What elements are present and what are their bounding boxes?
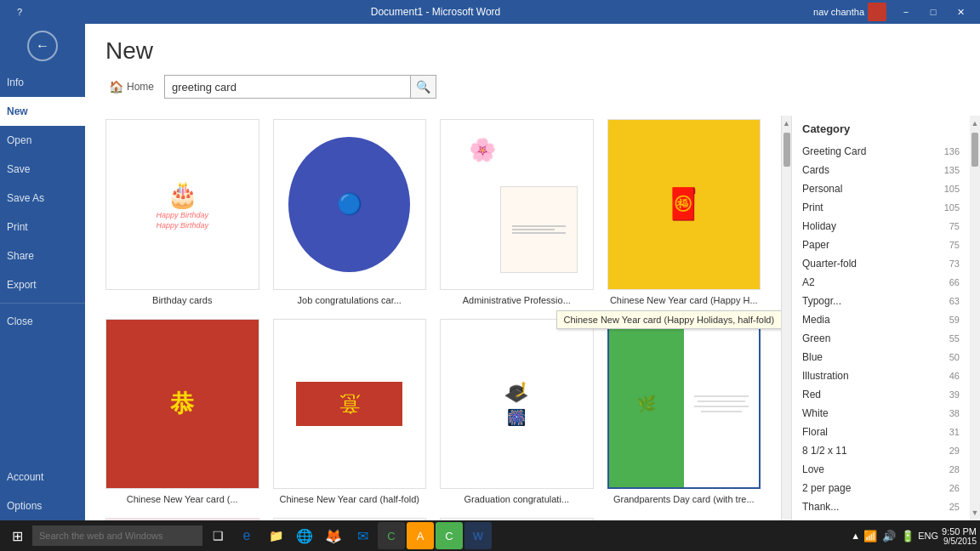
- search-box: 🔍: [164, 75, 436, 99]
- category-scrollbar[interactable]: ▲: [781, 116, 791, 520]
- template-chinese-ny2-label: Chinese New Year card (...: [105, 494, 259, 504]
- category-item-print[interactable]: Print 105: [792, 198, 970, 217]
- tray-chevron[interactable]: ▲: [851, 531, 860, 541]
- tooltip: Chinese New Year card (Happy Holidays, h…: [556, 310, 782, 329]
- category-item-a2[interactable]: A2 66: [792, 273, 970, 292]
- template-pink[interactable]: 🌷: [105, 518, 259, 520]
- category-label: Print: [802, 202, 823, 213]
- category-item-love[interactable]: Love 28: [792, 460, 970, 479]
- minimize-button[interactable]: −: [893, 3, 919, 20]
- cat-scroll-up[interactable]: ▲: [970, 117, 980, 129]
- sidebar-item-close[interactable]: Close: [0, 307, 85, 336]
- scroll-thumb[interactable]: [783, 133, 790, 167]
- user-info: nav chantha: [813, 3, 886, 21]
- tray-network-icon: 📶: [863, 530, 877, 542]
- category-item-personal[interactable]: Personal 105: [792, 179, 970, 198]
- cat-scroll-thumb[interactable]: [971, 133, 978, 167]
- taskbar-chrome[interactable]: 🌐: [291, 522, 318, 549]
- category-item-greeting-card[interactable]: Greeting Card 136: [792, 142, 970, 161]
- template-job-label: Job congratulations car...: [273, 295, 427, 305]
- template-admin-label: Administrative Professio...: [440, 295, 594, 305]
- category-item-typogr[interactable]: Typogr... 63: [792, 292, 970, 310]
- sidebar-item-print[interactable]: Print: [0, 213, 85, 241]
- template-grid-card[interactable]: [440, 518, 594, 520]
- sidebar-item-open[interactable]: Open: [0, 126, 85, 155]
- tray-time[interactable]: 9:50 PM 9/5/2015: [942, 526, 977, 546]
- category-item-holiday[interactable]: Holiday 75: [792, 217, 970, 236]
- category-item-media[interactable]: Media 59: [792, 310, 970, 329]
- category-item-illustration[interactable]: Illustration 46: [792, 366, 970, 385]
- category-label: Blue: [802, 351, 823, 363]
- category-item-blue[interactable]: Blue 50: [792, 348, 970, 366]
- category-header: Category: [792, 116, 970, 142]
- template-grandparents[interactable]: 🌿 Grandparents Day card (with tre...: [607, 319, 761, 505]
- template-chinese-fold[interactable]: 意 Chinese New Year card (half-fold): [273, 319, 427, 505]
- sidebar-item-share[interactable]: Share: [0, 241, 85, 270]
- template-graduation[interactable]: 🎓 🎆 Graduation congratulati...: [440, 319, 594, 505]
- category-item-thank[interactable]: Thank... 25: [792, 497, 970, 516]
- sidebar-item-options[interactable]: Options: [0, 491, 85, 520]
- sidebar-item-save[interactable]: Save: [0, 155, 85, 184]
- category-right-scrollbar[interactable]: ▲ ▼: [970, 116, 980, 520]
- sidebar-item-account[interactable]: Account: [0, 463, 85, 491]
- maximize-button[interactable]: □: [920, 3, 946, 20]
- taskbar-app2[interactable]: A: [407, 522, 434, 549]
- template-anni[interactable]: With Our Anniversary 💕: [273, 518, 427, 520]
- taskbar: ⊞ ❑ e 📁 🌐 🦊 ✉ C A C W ▲ 📶 🔊 🔋 ENG 9:50 P…: [0, 520, 980, 551]
- category-item-cards[interactable]: Cards 135: [792, 161, 970, 179]
- taskbar-file-explorer[interactable]: 📁: [262, 522, 289, 549]
- category-label: Typogr...: [802, 295, 841, 307]
- sidebar-item-save-as[interactable]: Save As: [0, 184, 85, 213]
- home-label: Home: [127, 81, 154, 93]
- window-controls: − □ ✕: [893, 3, 973, 20]
- category-label: Greeting Card: [802, 145, 866, 157]
- taskbar-ie-btn[interactable]: e: [233, 522, 260, 549]
- template-grandparents-label: Grandparents Day card (with tre...: [607, 494, 761, 504]
- sidebar-item-new[interactable]: New: [0, 97, 85, 126]
- template-admin-prof[interactable]: 🌸 Administrative Profess: [440, 119, 594, 305]
- taskbar-outlook[interactable]: ✉: [349, 522, 376, 549]
- category-item-quarter-fold[interactable]: Quarter-fold 73: [792, 254, 970, 273]
- category-label: Cards: [802, 164, 829, 176]
- category-label: Red: [802, 389, 821, 400]
- page-title: New: [105, 37, 960, 65]
- cat-scroll-down[interactable]: ▼: [970, 507, 980, 519]
- category-item-floral[interactable]: Floral 31: [792, 423, 970, 441]
- search-input[interactable]: [165, 77, 410, 97]
- category-item-green[interactable]: Green 55: [792, 329, 970, 348]
- category-item-paper[interactable]: Paper 75: [792, 236, 970, 254]
- taskbar-firefox[interactable]: 🦊: [320, 522, 347, 549]
- titlebar-help[interactable]: ?: [7, 3, 32, 20]
- template-graduation-label: Graduation congratulati...: [440, 494, 594, 504]
- category-item-2per[interactable]: 2 per page 26: [792, 479, 970, 497]
- close-button[interactable]: ✕: [948, 3, 973, 20]
- template-job-congrats[interactable]: 🔵 Job congratulations car...: [273, 119, 427, 305]
- template-chinese-ny[interactable]: 🧧 Chinese New Year card (Happy H... Chin…: [607, 119, 761, 305]
- tray-battery-icon: 🔋: [901, 530, 914, 542]
- category-item-red[interactable]: Red 39: [792, 385, 970, 404]
- taskbar-app1[interactable]: C: [378, 522, 405, 549]
- category-label: Personal: [802, 183, 842, 195]
- category-item-8half[interactable]: 8 1/2 x 11 29: [792, 441, 970, 460]
- sidebar-item-export[interactable]: Export: [0, 270, 85, 299]
- username-label: nav chantha: [813, 7, 864, 17]
- tray-volume-icon[interactable]: 🔊: [882, 530, 896, 542]
- content-header: New 🏠 Home 🔍: [85, 24, 980, 116]
- back-button[interactable]: ←: [27, 31, 58, 61]
- home-icon: 🏠: [109, 80, 123, 94]
- taskbar-word-btn[interactable]: W: [464, 522, 492, 549]
- category-item-white[interactable]: White 38: [792, 404, 970, 423]
- category-count: 136: [944, 146, 960, 156]
- taskbar-app3[interactable]: C: [436, 522, 463, 549]
- sidebar-back: ←: [0, 24, 85, 68]
- search-button[interactable]: 🔍: [410, 76, 436, 98]
- sidebar-item-info[interactable]: Info: [0, 68, 85, 97]
- template-chinese-ny2[interactable]: 恭 Chinese New Year card (...: [105, 319, 259, 505]
- home-button[interactable]: 🏠 Home: [105, 77, 157, 97]
- template-birthday-label: Birthday cards: [105, 295, 259, 305]
- template-birthday[interactable]: 🎂 Happy Birthday Happy Birthday Birthday…: [105, 119, 259, 305]
- taskbar-task-view[interactable]: ❑: [204, 522, 231, 549]
- taskbar-tray: ▲ 📶 🔊 🔋 ENG 9:50 PM 9/5/2015: [851, 526, 977, 546]
- start-button[interactable]: ⊞: [3, 522, 31, 549]
- taskbar-search-input[interactable]: [32, 525, 202, 546]
